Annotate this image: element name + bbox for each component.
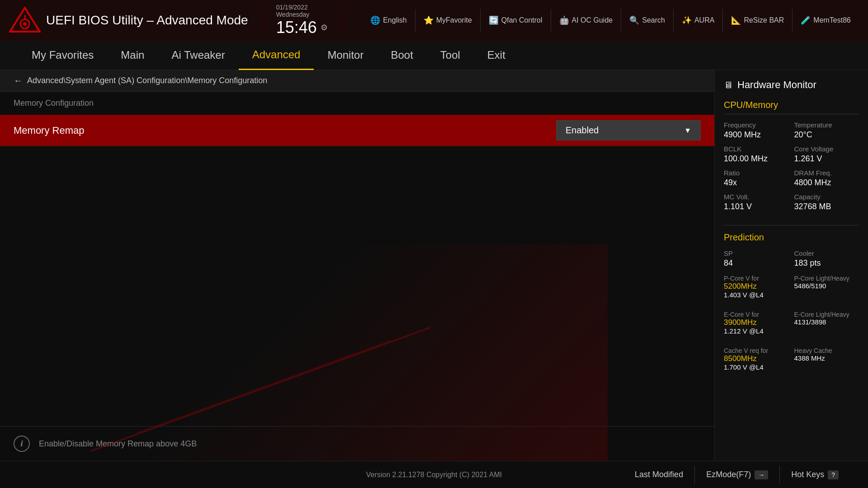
tool-myfavorite[interactable]: ⭐MyFavorite (415, 9, 481, 32)
pcore-v-label: P-Core V for (724, 275, 789, 282)
nav-item-favorites[interactable]: My Favorites (18, 41, 107, 70)
footer-btn-ezmode[interactable]: EzMode(F7)→ (695, 466, 780, 484)
hw-item-core-voltage: Core Voltage 1.261 V (794, 145, 859, 164)
pred-ecore-v: E-Core V for 3900MHz 1.212 V @L4 (724, 311, 789, 335)
cpu-memory-grid: Frequency 4900 MHz Temperature 20°C BCLK… (724, 121, 859, 211)
myfavorite-icon: ⭐ (424, 15, 434, 25)
main-wrapper: UEFI BIOS Utility – Advanced Mode 01/19/… (0, 0, 868, 488)
myfavorite-label: MyFavorite (436, 16, 472, 24)
breadcrumb-bar: ← Advanced\System Agent (SA) Configurati… (0, 70, 714, 92)
setting-value-memory-remap[interactable]: Enabled ▼ (556, 120, 701, 141)
ecore-v-label: E-Core V for (724, 311, 789, 318)
datetime-area: 01/19/2022 Wednesday 15:46 ⚙ (276, 4, 328, 37)
footer-btn-hot-keys[interactable]: Hot Keys? (780, 466, 850, 484)
hw-monitor-sidebar: 🖥 Hardware Monitor CPU/Memory Frequency … (714, 70, 868, 461)
pred-cache: Cache V req for 8500MHz 1.700 V @L4 Heav… (724, 347, 859, 376)
app-title: UEFI BIOS Utility – Advanced Mode (46, 13, 248, 28)
hw-item-ratio: Ratio 49x (724, 169, 789, 188)
ecore-lh-value: 4131/3898 (794, 318, 859, 326)
top-tools: 🌐English⭐MyFavorite🔄Qfan Control🤖AI OC G… (362, 9, 859, 32)
nav-item-main[interactable]: Main (107, 41, 158, 70)
hw-value: 49x (724, 178, 789, 188)
day-display: Wednesday (276, 11, 328, 18)
info-text: Enable/Disable Memory Remap above 4GB (39, 439, 197, 449)
back-arrow[interactable]: ← (14, 75, 23, 86)
hw-item-dram-freq-: DRAM Freq. 4800 MHz (794, 169, 859, 188)
sp-label: SP (724, 249, 789, 257)
heavy-cache-label: Heavy Cache (794, 347, 859, 354)
setting-value-container-memory-remap: Enabled ▼ (556, 120, 701, 141)
qfan-label: Qfan Control (501, 16, 542, 24)
tool-aioc[interactable]: 🤖AI OC Guide (551, 9, 622, 32)
footer-btn-label-ezmode: EzMode(F7) (706, 470, 751, 479)
cpu-memory-title: CPU/Memory (724, 100, 859, 114)
pcore-lh-label: P-Core Light/Heavy (794, 275, 859, 282)
top-divider (262, 9, 263, 32)
english-label: English (383, 16, 406, 24)
footer-btn-label-hot-keys: Hot Keys (791, 470, 824, 479)
nav-item-advanced[interactable]: Advanced (239, 41, 314, 70)
svg-point-3 (23, 22, 27, 26)
hw-item-capacity: Capacity 32768 MB (794, 193, 859, 211)
bottom-info: i Enable/Disable Memory Remap above 4GB (0, 426, 714, 461)
tool-memtest[interactable]: 🧪MemTest86 (793, 9, 859, 32)
hw-label: Core Voltage (794, 145, 859, 153)
tool-qfan[interactable]: 🔄Qfan Control (481, 9, 551, 32)
tool-english[interactable]: 🌐English (362, 9, 415, 32)
footer-btn-last-modified[interactable]: Last Modified (623, 466, 695, 484)
setting-row-memory-remap[interactable]: Memory Remap Enabled ▼ (0, 115, 714, 146)
footer-version: Version 2.21.1278 Copyright (C) 2021 AMI (366, 471, 502, 479)
section-title: Memory Configuration (0, 92, 714, 115)
time-display: 15:46 ⚙ (276, 18, 328, 37)
english-icon: 🌐 (370, 15, 380, 25)
content-area: ← Advanced\System Agent (SA) Configurati… (0, 70, 868, 461)
footer-btn-label-last-modified: Last Modified (635, 470, 683, 479)
cache-freq: 8500MHz (724, 354, 789, 363)
pcore-lh-value: 5486/5190 (794, 282, 859, 290)
pred-pcore: P-Core V for 5200MHz 1.403 V @L4 P-Core … (724, 275, 859, 304)
nav-item-exit[interactable]: Exit (474, 41, 519, 70)
hw-label: Temperature (794, 121, 859, 129)
tool-resizebar[interactable]: 📐ReSize BAR (723, 9, 793, 32)
dropdown-arrow-memory-remap: ▼ (684, 127, 691, 135)
nav-item-monitor[interactable]: Monitor (314, 41, 377, 70)
ecore-lh-label: E-Core Light/Heavy (794, 311, 859, 318)
hw-item-temperature: Temperature 20°C (794, 121, 859, 140)
hw-divider (724, 225, 859, 225)
footer-right: Last ModifiedEzMode(F7)→Hot Keys? (623, 466, 850, 484)
hw-label: Frequency (724, 121, 789, 129)
hw-label: BCLK (724, 145, 789, 153)
hw-value: 32768 MB (794, 202, 859, 211)
settings-list: Memory Remap Enabled ▼ (0, 115, 714, 271)
hw-value: 100.00 MHz (724, 154, 789, 164)
hw-value: 1.261 V (794, 154, 859, 164)
pred-pcore-v: P-Core V for 5200MHz 1.403 V @L4 (724, 275, 789, 299)
nav-item-aitweaker[interactable]: Ai Tweaker (158, 41, 238, 70)
setting-value-text-memory-remap: Enabled (566, 125, 599, 136)
tool-aura[interactable]: ✨AURA (674, 9, 723, 32)
settings-icon[interactable]: ⚙ (321, 23, 328, 33)
tool-search[interactable]: 🔍Search (621, 9, 674, 32)
hw-value: 4900 MHz (724, 130, 789, 140)
footer: Version 2.21.1278 Copyright (C) 2021 AMI… (0, 461, 868, 488)
top-bar: UEFI BIOS Utility – Advanced Mode 01/19/… (0, 0, 868, 41)
pred-sp: SP 84 (724, 249, 789, 268)
search-label: Search (642, 16, 665, 24)
nav-bar: My FavoritesMainAi TweakerAdvancedMonito… (0, 41, 868, 70)
resizebar-icon: 📐 (731, 15, 741, 25)
top-divider-2 (341, 9, 342, 32)
pred-pcore-lh: P-Core Light/Heavy 5486/5190 (794, 275, 859, 299)
pred-ecore: E-Core V for 3900MHz 1.212 V @L4 E-Core … (724, 311, 859, 340)
heavy-cache-value: 4388 MHz (794, 354, 859, 362)
aura-label: AURA (694, 16, 714, 24)
hw-monitor-title: 🖥 Hardware Monitor (724, 79, 859, 91)
cooler-value: 183 pts (794, 258, 859, 268)
nav-item-tool[interactable]: Tool (427, 41, 474, 70)
pred-cooler: Cooler 183 pts (794, 249, 859, 268)
hw-monitor-label: Hardware Monitor (737, 79, 816, 91)
pcore-v-value: 1.403 V @L4 (724, 291, 789, 299)
content-spacer (0, 271, 714, 427)
hw-item-mc-volt-: MC Volt. 1.101 V (724, 193, 789, 211)
nav-item-boot[interactable]: Boot (377, 41, 426, 70)
hw-label: DRAM Freq. (794, 169, 859, 177)
